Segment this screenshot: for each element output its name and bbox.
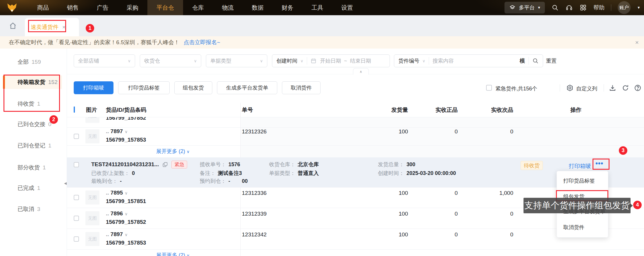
help-circle-icon[interactable] [634, 84, 641, 92]
nav-item-purchase[interactable]: 采购 [118, 0, 147, 15]
menu-item-cancel-shipment[interactable]: 取消货件 [557, 221, 608, 233]
nav-item-sales[interactable]: 销售 [58, 0, 88, 15]
account-caret-down-icon[interactable]: ▼ [637, 6, 640, 10]
item-code: 156799_157852 [106, 219, 146, 225]
col-header-received-bad: 实收次品 [476, 106, 513, 114]
divider [604, 84, 604, 92]
item-code: 156799_157853 [106, 240, 146, 246]
expand-more-link[interactable]: 展开更多 (2) ∨ [156, 148, 190, 155]
table-row[interactable]: 无图 .. 7897∨ 156799_157853 12312326 100 0… [67, 127, 644, 145]
print-box-mark-button[interactable]: 打印箱唛 [74, 81, 113, 94]
divider [307, 57, 307, 65]
platform-switcher[interactable]: 多平台 ▼ [504, 2, 545, 13]
search-icon[interactable] [551, 4, 559, 11]
apps-grid-icon[interactable] [579, 4, 587, 11]
notice-signup-link[interactable]: 点击立即报名~ [184, 39, 220, 46]
search-field-select[interactable]: 货件编号 [398, 57, 419, 64]
nav-item-tools[interactable]: 工具 [302, 0, 332, 15]
sidebar-item-cancelled[interactable]: 已取消3 [18, 205, 40, 213]
sidebar-item-partial[interactable]: 部分收货1 [18, 164, 46, 171]
item-id[interactable]: .. 7895∨ [106, 190, 128, 196]
match-mode-toggle[interactable]: 模 [520, 57, 525, 64]
filter-collapse-handle[interactable]: ∧ [353, 68, 369, 75]
sidebar-item-all[interactable]: 全部159 [18, 58, 41, 66]
nav-item-data[interactable]: 数据 [243, 0, 273, 15]
nav-item-logistics[interactable]: 物流 [213, 0, 243, 15]
menu-item-print-labels[interactable]: 打印货品标签 [557, 175, 608, 187]
urgent-filter-checkbox[interactable] [486, 85, 492, 91]
search-input[interactable]: 搜索内容 [433, 57, 454, 64]
item-id[interactable]: .. 7897∨ [106, 231, 128, 238]
nav-item-finance[interactable]: 财务 [273, 0, 302, 15]
search-submit-icon[interactable] [532, 58, 539, 64]
end-date-input[interactable]: 结束日期 [350, 57, 371, 64]
account-avatar[interactable]: 账户 [618, 1, 631, 14]
search-filter[interactable]: 货件编号 ∨ 搜索内容 模 [394, 54, 543, 67]
date-range-filter[interactable]: 创建时间 ∨ 开始日期 ~ 结束日期 [272, 54, 390, 67]
home-icon[interactable] [9, 22, 17, 30]
download-icon[interactable] [609, 84, 616, 92]
nav-item-products[interactable]: 商品 [28, 0, 58, 15]
row-checkbox[interactable] [74, 216, 79, 221]
item-id[interactable]: .. 7897∨ [106, 128, 128, 135]
row-checkbox[interactable] [74, 195, 79, 200]
select-all-checkbox[interactable] [74, 106, 75, 113]
chevron-down-icon[interactable]: ∨ [125, 212, 128, 216]
chevron-down-icon[interactable]: ∨ [125, 129, 128, 134]
shipment-title-line: TEST2411201104231231... 紧急 [91, 161, 187, 168]
cancel-shipment-button[interactable]: 取消货件 [282, 81, 321, 94]
copy-icon[interactable] [162, 162, 168, 167]
item-id[interactable]: .. 7896∨ [106, 210, 128, 217]
divider [560, 84, 560, 92]
urgent-filter-label[interactable]: 紧急货件,共156个 [495, 85, 537, 92]
nav-item-ads[interactable]: 广告 [88, 0, 118, 15]
nav-item-warehouse[interactable]: 仓库 [183, 0, 213, 15]
received-good: 0 [423, 211, 458, 217]
print-item-labels-button[interactable]: 打印货品标签 [118, 81, 170, 94]
expand-more-row: 展开更多 (2) ∨ [67, 145, 644, 157]
shipment-id[interactable]: TEST2411201104231231... [91, 161, 159, 168]
notice-close-icon[interactable]: × [635, 39, 639, 46]
headset-icon[interactable] [565, 4, 573, 11]
sidebar-item-handover[interactable]: 已到仓交接0 [18, 121, 51, 128]
ship-qty: 100 [373, 128, 408, 135]
sidebar-item-registered[interactable]: 已到仓登记1 [18, 142, 51, 150]
help-link[interactable]: 帮助 [593, 4, 605, 11]
pack-ship-tooltip: 支持单个货件操作组包发货 [524, 198, 631, 213]
chevron-down-icon: ∨ [300, 59, 303, 63]
order-number: 12312326 [242, 128, 267, 135]
chevron-down-icon[interactable]: ∨ [125, 191, 128, 195]
row-checkbox[interactable] [74, 236, 79, 242]
field-pickup-no: 揽收单号：1576 [200, 161, 240, 168]
row-checkbox[interactable] [74, 162, 79, 167]
nav-item-settings[interactable]: 设置 [332, 0, 362, 15]
nav-right-cluster: 多平台 ▼ 帮助 账户 ▼ [504, 0, 640, 15]
received-bad: 0 [478, 211, 513, 217]
date-field-select[interactable]: 创建时间 [276, 57, 297, 64]
row-checkbox[interactable] [74, 134, 79, 139]
brand-fox-logo-icon[interactable] [6, 2, 18, 13]
refresh-icon[interactable] [622, 84, 629, 92]
expand-more-link[interactable]: 展开更多 (2) ∨ [156, 252, 190, 256]
receive-warehouse-select[interactable]: 收货仓∨ [140, 54, 201, 67]
nav-item-platform-warehouse[interactable]: 平台仓 [147, 0, 183, 15]
shop-select[interactable]: 全部店铺∨ [74, 54, 135, 67]
reset-button[interactable]: 重置 [546, 54, 557, 67]
received-bad: 0 [478, 231, 513, 238]
gear-icon[interactable] [566, 84, 574, 92]
doc-type-select[interactable]: 单据类型∨ [206, 54, 267, 67]
generate-platform-order-button[interactable]: 生成多平台发货单 [217, 81, 277, 94]
range-separator: ~ [344, 58, 347, 64]
chevron-down-icon[interactable]: ∨ [125, 232, 128, 237]
divider [528, 57, 529, 65]
caret-down-icon: ▼ [537, 6, 541, 10]
pack-ship-button[interactable]: 组包发货 [174, 81, 212, 94]
sidebar-item-completed[interactable]: 已完成1 [18, 184, 40, 192]
print-box-mark-link[interactable]: 打印箱唛 [569, 162, 591, 170]
customize-columns-button[interactable]: 自定义列 [576, 85, 597, 92]
annotation-badge-3: 3 [619, 146, 627, 155]
platform-switcher-label: 多平台 [519, 4, 535, 11]
field-doc-type: 单据类型：普通直入 [269, 170, 319, 177]
start-date-input[interactable]: 开始日期 [320, 57, 341, 64]
table-row-clipped[interactable]: 无图 156799_157852 [67, 117, 644, 127]
